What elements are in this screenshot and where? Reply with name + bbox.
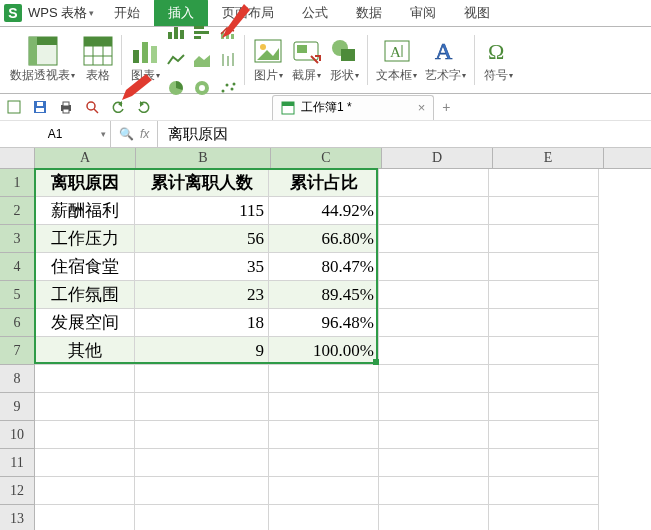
col-header-c[interactable]: C: [271, 148, 382, 168]
cell[interactable]: 35: [135, 253, 269, 281]
new-icon[interactable]: [6, 99, 22, 115]
cell[interactable]: 9: [135, 337, 269, 365]
cell[interactable]: [379, 477, 489, 505]
save-icon[interactable]: [32, 99, 48, 115]
cell[interactable]: [379, 169, 489, 197]
cell[interactable]: 44.92%: [269, 197, 379, 225]
col-header-e[interactable]: E: [493, 148, 604, 168]
cell[interactable]: [489, 449, 599, 477]
stock-chart-icon[interactable]: [217, 49, 239, 71]
row-header[interactable]: 12: [0, 477, 35, 505]
cell[interactable]: [269, 393, 379, 421]
table-button[interactable]: 表格: [79, 28, 117, 92]
cell[interactable]: [269, 505, 379, 530]
row-header[interactable]: 9: [0, 393, 35, 421]
cell[interactable]: [35, 365, 135, 393]
cell[interactable]: [489, 253, 599, 281]
undo-icon[interactable]: [110, 99, 126, 115]
cell[interactable]: [489, 365, 599, 393]
row-header[interactable]: 3: [0, 225, 35, 253]
cell[interactable]: [35, 449, 135, 477]
col-header-a[interactable]: A: [35, 148, 136, 168]
print-icon[interactable]: [58, 99, 74, 115]
cell[interactable]: [489, 169, 599, 197]
cell[interactable]: 累计离职人数: [135, 169, 269, 197]
row-header[interactable]: 11: [0, 449, 35, 477]
row-header[interactable]: 10: [0, 421, 35, 449]
row-header[interactable]: 1: [0, 169, 35, 197]
row-header[interactable]: 5: [0, 281, 35, 309]
tab-data[interactable]: 数据: [342, 0, 396, 26]
cell[interactable]: [489, 477, 599, 505]
cell[interactable]: [489, 337, 599, 365]
row-header[interactable]: 4: [0, 253, 35, 281]
chevron-down-icon[interactable]: ▾: [101, 129, 106, 139]
document-tab[interactable]: 工作簿1 * ×: [272, 95, 434, 120]
tab-start[interactable]: 开始: [100, 0, 154, 26]
screenshot-button[interactable]: 截屏▾: [287, 28, 325, 92]
cell[interactable]: [269, 449, 379, 477]
cell[interactable]: [379, 309, 489, 337]
cell[interactable]: [489, 281, 599, 309]
cell[interactable]: [489, 197, 599, 225]
cell[interactable]: [135, 421, 269, 449]
cell[interactable]: 工作氛围: [35, 281, 135, 309]
cell[interactable]: 其他: [35, 337, 135, 365]
row-header[interactable]: 13: [0, 505, 35, 530]
name-box[interactable]: A1 ▾: [0, 121, 111, 147]
cell[interactable]: 100.00%: [269, 337, 379, 365]
cell[interactable]: [379, 449, 489, 477]
cell[interactable]: 18: [135, 309, 269, 337]
cell[interactable]: [135, 365, 269, 393]
cell[interactable]: 89.45%: [269, 281, 379, 309]
close-tab-icon[interactable]: ×: [418, 100, 426, 115]
cell[interactable]: 发展空间: [35, 309, 135, 337]
cell[interactable]: [135, 505, 269, 530]
cell[interactable]: 累计占比: [269, 169, 379, 197]
textbox-button[interactable]: A 文本框▾: [372, 28, 421, 92]
tab-view[interactable]: 视图: [450, 0, 504, 26]
cell[interactable]: [269, 421, 379, 449]
print-preview-icon[interactable]: [84, 99, 100, 115]
shapes-button[interactable]: 形状▾: [325, 28, 363, 92]
cell[interactable]: [379, 225, 489, 253]
chart-button[interactable]: 图表▾: [126, 28, 164, 92]
cell[interactable]: 66.80%: [269, 225, 379, 253]
cell[interactable]: [489, 421, 599, 449]
add-tab-icon[interactable]: +: [442, 99, 450, 115]
cell[interactable]: [269, 365, 379, 393]
cell[interactable]: 56: [135, 225, 269, 253]
tab-review[interactable]: 审阅: [396, 0, 450, 26]
cell[interactable]: [379, 253, 489, 281]
select-all-corner[interactable]: [0, 148, 35, 168]
bar-chart-icon[interactable]: [165, 21, 187, 43]
fx-label-icon[interactable]: fx: [140, 127, 149, 141]
cell[interactable]: 住宿食堂: [35, 253, 135, 281]
cell[interactable]: [379, 505, 489, 530]
cell[interactable]: 离职原因: [35, 169, 135, 197]
wordart-button[interactable]: A 艺术字▾: [421, 28, 470, 92]
cell[interactable]: [135, 449, 269, 477]
cell[interactable]: 薪酬福利: [35, 197, 135, 225]
cell[interactable]: 工作压力: [35, 225, 135, 253]
cell[interactable]: [379, 281, 489, 309]
cell[interactable]: [269, 477, 379, 505]
redo-icon[interactable]: [136, 99, 152, 115]
cell[interactable]: [379, 393, 489, 421]
cell[interactable]: 23: [135, 281, 269, 309]
row-header[interactable]: 8: [0, 365, 35, 393]
cell[interactable]: [379, 337, 489, 365]
area-chart-icon[interactable]: [191, 49, 213, 71]
cell[interactable]: 80.47%: [269, 253, 379, 281]
tab-formula[interactable]: 公式: [288, 0, 342, 26]
cell[interactable]: [35, 393, 135, 421]
spreadsheet-grid[interactable]: A B C D E 1离职原因累计离职人数累计占比2薪酬福利11544.92%3…: [0, 148, 651, 530]
scatter-chart-icon[interactable]: [217, 77, 239, 99]
row-header[interactable]: 2: [0, 197, 35, 225]
formula-input[interactable]: 离职原因: [158, 121, 651, 147]
picture-button[interactable]: 图片▾: [249, 28, 287, 92]
doughnut-chart-icon[interactable]: [191, 77, 213, 99]
row-header[interactable]: 7: [0, 337, 35, 365]
cell[interactable]: [489, 225, 599, 253]
symbol-button[interactable]: Ω 符号▾: [479, 28, 517, 92]
